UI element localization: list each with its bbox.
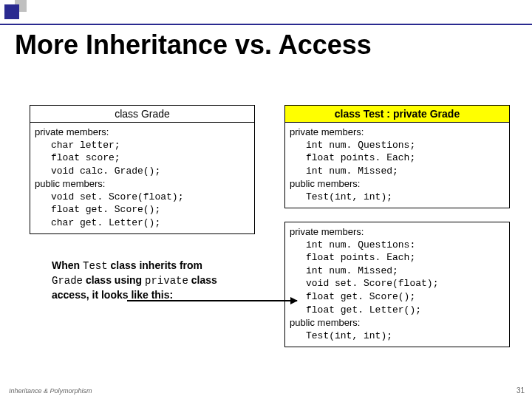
grade-box-header: class Grade: [30, 106, 254, 123]
code-line: float score;: [35, 151, 250, 165]
private-label: private members:: [290, 126, 364, 137]
code-line: Test(int, int);: [290, 330, 505, 343]
code-line: char get. Letter();: [35, 216, 250, 230]
footer-text: Inheritance & Polymorphism: [9, 387, 92, 395]
grade-class-box: class Grade private members: char letter…: [30, 105, 255, 234]
code-line: float points. Each;: [290, 151, 505, 165]
arrow-icon: [127, 300, 297, 301]
code-line: char letter;: [35, 139, 250, 152]
code-line: int num. Questions:: [290, 239, 505, 252]
result-box-body: private members: int num. Questions: flo…: [285, 222, 509, 347]
test-box-body: private members: int num. Questions; flo…: [285, 123, 509, 208]
code-line: float points. Each;: [290, 251, 505, 265]
explain-frag: When: [52, 259, 83, 271]
code-line: void set. Score(float);: [290, 277, 505, 290]
explanation-text: When Test class inherits from Grade clas…: [52, 259, 222, 302]
result-class-box: private members: int num. Questions: flo…: [284, 222, 510, 347]
content-columns: class Grade private members: char letter…: [30, 105, 510, 353]
code-line: Test(int, int);: [290, 191, 505, 204]
public-label: public members:: [290, 317, 360, 328]
grade-box-body: private members: char letter; float scor…: [30, 123, 254, 233]
page-number: 31: [516, 386, 525, 395]
public-label: public members:: [35, 178, 105, 189]
slide-title: More Inheritance vs. Access: [15, 30, 372, 61]
explain-code: Test: [83, 260, 108, 272]
right-column: class Test : private Grade private membe…: [284, 105, 510, 353]
code-line: int num. Missed;: [290, 165, 505, 178]
left-column: class Grade private members: char letter…: [30, 105, 255, 353]
private-label: private members:: [290, 226, 364, 237]
code-line: int num. Missed;: [290, 265, 505, 278]
corner-decoration: [0, 0, 30, 30]
explain-frag: class inherits from: [108, 259, 202, 271]
explain-frag: class using: [83, 274, 145, 286]
test-box-header: class Test : private Grade: [285, 106, 509, 123]
code-line: void set. Score(float);: [35, 191, 250, 204]
explain-code: Grade: [52, 275, 83, 287]
horizontal-rule: [0, 24, 532, 25]
test-class-box: class Test : private Grade private membe…: [284, 105, 510, 208]
private-label: private members:: [35, 126, 109, 137]
code-line: float get. Score();: [290, 290, 505, 304]
code-line: float get. Letter();: [290, 304, 505, 317]
code-line: int num. Questions;: [290, 139, 505, 152]
public-label: public members:: [290, 178, 360, 189]
explain-code: private: [145, 275, 188, 287]
code-line: float get. Score();: [35, 203, 250, 216]
code-line: void calc. Grade();: [35, 165, 250, 178]
deco-square-blue: [4, 4, 19, 19]
